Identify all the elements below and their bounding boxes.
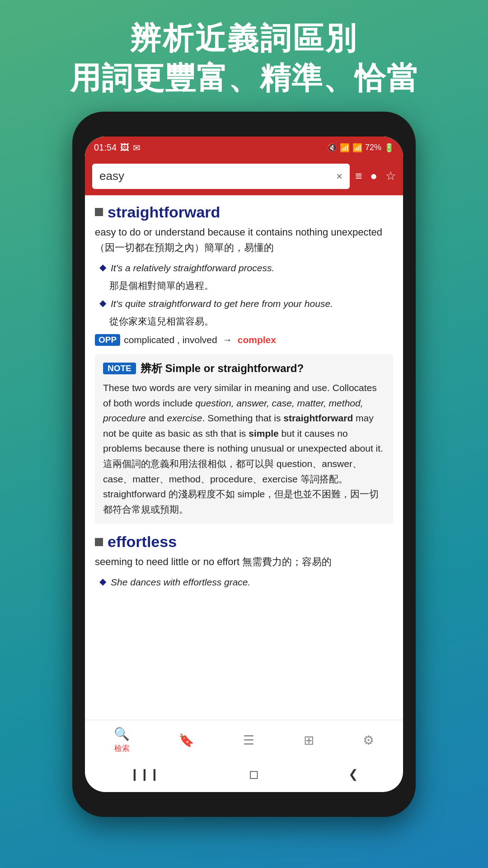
search-input-box[interactable]: easy × bbox=[92, 164, 350, 189]
recent-apps-button[interactable]: ❙❙❙ bbox=[130, 767, 160, 781]
word-bullet-icon bbox=[95, 208, 103, 216]
status-battery: 72% bbox=[365, 143, 381, 152]
note-box: NOTE 辨析 Simple or straightforward? These… bbox=[95, 354, 393, 524]
opp-badge: OPP bbox=[95, 334, 120, 346]
note-title-text: 辨析 Simple or straightforward? bbox=[141, 361, 304, 376]
search-bar: easy × ≡ ● ☆ bbox=[85, 159, 403, 195]
nav-bookmark[interactable]: 🔖 bbox=[178, 733, 194, 748]
example-translation-2: 從你家來這兒相當容易。 bbox=[95, 314, 393, 329]
status-photo-icon: 🖼 bbox=[120, 142, 129, 153]
entry-effortless: effortless seeming to need little or no … bbox=[95, 533, 393, 590]
note-badge: NOTE bbox=[103, 363, 136, 374]
header-line1: 辨析近義詞區別 bbox=[70, 18, 418, 58]
word-title-row-2: effortless bbox=[95, 533, 393, 551]
example-bullet-2: ◆ bbox=[99, 297, 106, 311]
bookmark-nav-icon: 🔖 bbox=[178, 733, 194, 748]
phone-frame: 01:54 🖼 ✉ 🔇 📶 📶 72% 🔋 easy × ≡ ● ☆ bbox=[72, 112, 416, 817]
list-nav-icon: ☰ bbox=[243, 733, 254, 748]
word-title-2: effortless bbox=[108, 533, 177, 551]
example-translation-1: 那是個相對簡單的過程。 bbox=[95, 278, 393, 293]
status-mail-icon: ✉ bbox=[133, 142, 141, 153]
grid-nav-icon: ⊞ bbox=[304, 733, 314, 748]
note-body: These two words are very similar in mean… bbox=[103, 380, 385, 517]
opp-arrow: → bbox=[223, 335, 232, 345]
header-line2: 用詞更豐富、精準、恰當 bbox=[70, 58, 418, 98]
nav-list[interactable]: ☰ bbox=[243, 733, 254, 748]
example-text-3: She dances with effortless grace. bbox=[111, 575, 250, 590]
word-definition-2: seeming to need little or no effort 無需費力… bbox=[95, 554, 393, 570]
status-left: 01:54 🖼 ✉ bbox=[94, 142, 141, 153]
status-right: 🔇 📶 📶 72% 🔋 bbox=[327, 143, 394, 153]
nav-search[interactable]: 🔍 檢索 bbox=[114, 726, 130, 754]
note-title-row: NOTE 辨析 Simple or straightforward? bbox=[103, 361, 385, 376]
status-bar: 01:54 🖼 ✉ 🔇 📶 📶 72% 🔋 bbox=[85, 137, 403, 159]
example-item-2: ◆ It's quite straightforward to get here… bbox=[95, 297, 393, 311]
search-icons: ≡ ● ☆ bbox=[355, 169, 396, 183]
list-icon-button[interactable]: ≡ bbox=[355, 169, 362, 183]
status-battery-icon: 🔋 bbox=[384, 143, 394, 153]
search-input[interactable]: easy bbox=[99, 169, 124, 183]
status-wifi-icon: 📶 bbox=[340, 143, 350, 153]
settings-nav-icon: ⚙ bbox=[363, 733, 374, 748]
status-mute-icon: 🔇 bbox=[327, 143, 337, 153]
example-bullet-1: ◆ bbox=[99, 262, 106, 275]
word-definition: easy to do or understand because it cont… bbox=[95, 225, 393, 255]
opp-words: complicated , involved bbox=[124, 335, 217, 345]
home-button[interactable]: ◻ bbox=[249, 767, 259, 781]
nav-grid[interactable]: ⊞ bbox=[304, 733, 314, 748]
header-section: 辨析近義詞區別 用詞更豐富、精準、恰當 bbox=[70, 18, 418, 98]
opp-row: OPP complicated , involved → complex bbox=[95, 334, 393, 346]
phone-screen: 01:54 🖼 ✉ 🔇 📶 📶 72% 🔋 easy × ≡ ● ☆ bbox=[85, 137, 403, 792]
back-button[interactable]: ❮ bbox=[348, 767, 358, 781]
example-item-1: ◆ It's a relatively straightforward proc… bbox=[95, 261, 393, 275]
opp-link[interactable]: complex bbox=[238, 335, 276, 345]
circle-icon-button[interactable]: ● bbox=[370, 169, 377, 183]
entry-straightforward: straightforward easy to do or understand… bbox=[95, 203, 393, 524]
example-item-3: ◆ She dances with effortless grace. bbox=[95, 575, 393, 590]
nav-settings[interactable]: ⚙ bbox=[363, 733, 374, 748]
example-bullet-3: ◆ bbox=[99, 576, 106, 590]
status-signal-icon: 📶 bbox=[352, 143, 362, 153]
bottom-nav: 🔍 檢索 🔖 ☰ ⊞ ⚙ bbox=[85, 720, 403, 760]
search-clear-button[interactable]: × bbox=[336, 170, 343, 183]
star-icon-button[interactable]: ☆ bbox=[385, 169, 396, 183]
word-title: straightforward bbox=[108, 203, 220, 221]
nav-search-label: 檢索 bbox=[114, 743, 130, 754]
word-bullet-icon-2 bbox=[95, 538, 103, 546]
content-area: straightforward easy to do or understand… bbox=[85, 195, 403, 720]
word-title-row: straightforward bbox=[95, 203, 393, 221]
search-nav-icon: 🔍 bbox=[114, 726, 130, 741]
status-time: 01:54 bbox=[94, 142, 117, 153]
example-text-1: It's a relatively straightforward proces… bbox=[111, 261, 274, 275]
example-text-2: It's quite straightforward to get here f… bbox=[111, 297, 333, 311]
system-nav: ❙❙❙ ◻ ❮ bbox=[85, 760, 403, 792]
